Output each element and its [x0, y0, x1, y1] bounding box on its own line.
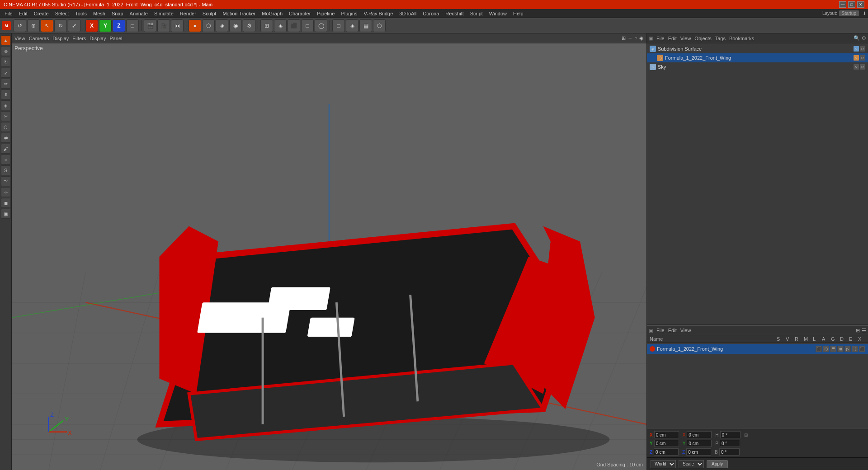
zaxis-button[interactable]: Z: [113, 19, 125, 32]
rotate-tool[interactable]: ↻: [1, 57, 11, 67]
solid-tool[interactable]: ◼: [1, 198, 11, 208]
menu-tools[interactable]: Tools: [72, 10, 90, 17]
om-tags-menu[interactable]: Tags: [715, 36, 726, 41]
mat-badge-6[interactable]: ⟨: [852, 346, 858, 352]
display-btn3[interactable]: ▤: [359, 19, 372, 32]
menu-snap[interactable]: Snap: [109, 10, 126, 17]
mat-badge-2[interactable]: ⬡: [823, 346, 829, 352]
om-settings-icon[interactable]: ⚙: [862, 35, 866, 41]
mat-badge-3[interactable]: ☰: [830, 346, 836, 352]
vp-display2-menu[interactable]: Display: [90, 36, 106, 41]
viewport[interactable]: Y X Z Perspective Grid Spacing : 10 cm: [12, 43, 646, 470]
coord-h[interactable]: [720, 431, 741, 438]
mm-view-menu[interactable]: View: [680, 328, 691, 333]
mm-file-menu[interactable]: File: [656, 328, 665, 333]
select-tool[interactable]: ▲: [1, 35, 11, 45]
scale-tool[interactable]: ⤢: [1, 68, 11, 78]
coord-y-rot[interactable]: [687, 440, 712, 447]
minimize-button[interactable]: —: [839, 1, 846, 8]
weld-tool[interactable]: ⬡: [1, 122, 11, 132]
snap-btn4[interactable]: □: [301, 19, 314, 32]
menu-motion-tracker[interactable]: Motion Tracker: [220, 10, 258, 17]
menu-create[interactable]: Create: [31, 10, 52, 17]
vp-filters-menu[interactable]: Filters: [72, 36, 86, 41]
om-view-menu[interactable]: View: [680, 36, 691, 41]
knife-tool[interactable]: ✂: [1, 111, 11, 121]
vp-icon-3[interactable]: ○: [634, 35, 637, 41]
magnet-tool[interactable]: S: [1, 165, 11, 175]
world-select[interactable]: World: [651, 460, 676, 468]
om-bookmarks-menu[interactable]: Bookmarks: [729, 36, 754, 41]
coord-x-pos[interactable]: [654, 431, 679, 438]
vp-display-menu[interactable]: Display: [52, 36, 69, 41]
scene-mode[interactable]: ⚙: [243, 19, 255, 32]
display-btn1[interactable]: □: [332, 19, 345, 32]
menu-render[interactable]: Render: [177, 10, 199, 17]
coord-b[interactable]: [719, 448, 740, 456]
badge-visibility[interactable]: V: [854, 46, 859, 52]
vp-icon-4[interactable]: ◉: [639, 35, 644, 41]
menu-character[interactable]: Character: [286, 10, 313, 17]
xaxis-button[interactable]: X: [85, 19, 98, 32]
bridge-tool[interactable]: ⇌: [1, 133, 11, 143]
obj-row-sky[interactable]: ○ Sky V R: [647, 62, 868, 71]
rotate-button[interactable]: ↻: [54, 19, 67, 32]
bevel-tool[interactable]: ◈: [1, 100, 11, 110]
menu-window[interactable]: Window: [486, 10, 509, 17]
obj-row-f1wing[interactable]: ⬡ Formula_1_2022_Front_Wing V R: [647, 53, 868, 62]
menu-select[interactable]: Select: [52, 10, 72, 17]
spline-tool[interactable]: 〜: [1, 176, 11, 186]
extrude-tool[interactable]: ⬆: [1, 89, 11, 99]
brush-tool[interactable]: ○: [1, 155, 11, 164]
coord-p[interactable]: [720, 440, 740, 447]
vp-icon-2[interactable]: ↔: [627, 35, 632, 41]
scale-button[interactable]: ⤢: [68, 19, 80, 32]
poly-mode[interactable]: ◈: [216, 19, 228, 32]
menu-simulate[interactable]: Simulate: [151, 10, 176, 17]
move-tool[interactable]: ⊕: [1, 46, 11, 56]
renderregion-btn[interactable]: ⏮: [171, 19, 184, 32]
snap-btn1[interactable]: ⊞: [260, 19, 273, 32]
menu-3dtoall[interactable]: 3DToAll: [396, 10, 419, 17]
menu-vray[interactable]: V-Ray Bridge: [361, 10, 396, 17]
point-mode[interactable]: ●: [189, 19, 201, 32]
menu-plugins[interactable]: Plugins: [338, 10, 360, 17]
display-btn2[interactable]: ◈: [346, 19, 359, 32]
mm-edit-menu[interactable]: Edit: [668, 328, 677, 333]
maximize-button[interactable]: □: [848, 1, 855, 8]
coord-z-pos[interactable]: [654, 448, 679, 456]
yaxis-button[interactable]: Y: [99, 19, 112, 32]
badge-r3[interactable]: R: [860, 64, 865, 70]
mat-badge-5[interactable]: ▷: [844, 346, 851, 352]
menu-corona[interactable]: Corona: [420, 10, 442, 17]
coord-x-expand[interactable]: ⊞: [744, 432, 748, 437]
mm-icon-2[interactable]: ☰: [862, 328, 866, 334]
vp-panel-menu[interactable]: Panel: [109, 36, 122, 41]
mat-badge-7[interactable]: ⬛: [859, 346, 865, 352]
texture-tool[interactable]: ▣: [1, 209, 11, 219]
render-btn[interactable]: 🎬: [144, 19, 156, 32]
badge-r2[interactable]: R: [860, 55, 865, 61]
snap-btn2[interactable]: ◈: [274, 19, 287, 32]
mat-row-f1wing[interactable]: Formula_1_2022_Front_Wing ⬛ ⬡ ☰ ⊞ ▷ ⟨ ⬛: [647, 344, 868, 354]
apply-button[interactable]: Apply: [707, 460, 728, 468]
menu-help[interactable]: Help: [510, 10, 526, 17]
obj-row-subdivision[interactable]: ◈ Subdivision Surface V R: [647, 44, 868, 53]
menu-animate[interactable]: Animate: [127, 10, 151, 17]
badge-v2[interactable]: V: [854, 55, 859, 61]
menu-edit[interactable]: Edit: [16, 10, 30, 17]
badge-render[interactable]: R: [860, 46, 865, 52]
om-objects-menu[interactable]: Objects: [694, 36, 711, 41]
obj-mode[interactable]: ◉: [229, 19, 242, 32]
om-edit-menu[interactable]: Edit: [668, 36, 677, 41]
vp-icon-1[interactable]: ⊞: [622, 35, 626, 41]
mat-badge-4[interactable]: ⊞: [837, 346, 844, 352]
free-button[interactable]: □: [126, 19, 139, 32]
coord-z-rot[interactable]: [686, 448, 711, 456]
move-button[interactable]: ↖: [41, 19, 53, 32]
menu-script[interactable]: Script: [467, 10, 486, 17]
mat-badge-1[interactable]: ⬛: [816, 346, 822, 352]
undo-button[interactable]: ↺: [14, 19, 26, 32]
paint-tool[interactable]: 🖌: [1, 144, 11, 154]
add-point-tool[interactable]: ⊹: [1, 187, 11, 197]
